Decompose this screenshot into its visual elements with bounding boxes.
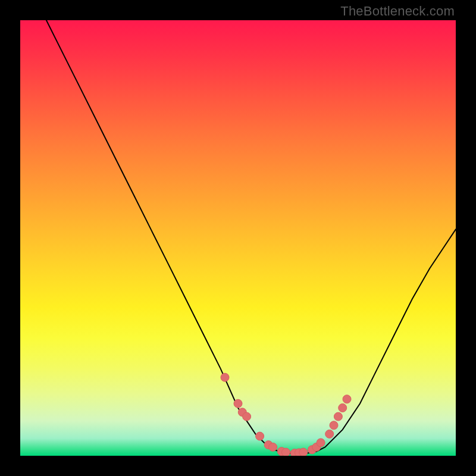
dot <box>325 430 334 438</box>
dot <box>343 395 351 403</box>
highlight-dots <box>221 373 351 456</box>
chart-frame: TheBottleneck.com <box>0 0 476 476</box>
dot <box>243 412 251 421</box>
dot <box>256 432 264 440</box>
dot <box>317 439 325 447</box>
dot <box>299 448 308 456</box>
dot <box>234 399 242 408</box>
dot <box>339 404 347 412</box>
dot <box>282 448 290 456</box>
dot <box>334 412 342 421</box>
dots-layer <box>20 20 456 456</box>
dot <box>221 373 229 381</box>
dot <box>269 443 277 451</box>
dot <box>330 421 338 430</box>
plot-area <box>20 20 456 456</box>
watermark-text: TheBottleneck.com <box>340 4 455 19</box>
